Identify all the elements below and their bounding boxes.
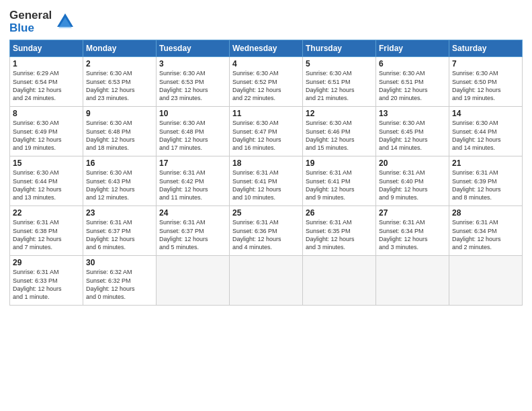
day-number: 13 xyxy=(379,109,446,118)
column-header-tuesday: Tuesday xyxy=(157,40,230,57)
day-number: 24 xyxy=(159,208,226,218)
calendar-cell xyxy=(157,256,230,306)
calendar-cell: 30Sunrise: 6:32 AM Sunset: 6:32 PM Dayli… xyxy=(83,256,157,306)
calendar-cell: 22Sunrise: 6:31 AM Sunset: 6:38 PM Dayli… xyxy=(10,206,83,256)
column-header-friday: Friday xyxy=(376,40,449,57)
calendar-cell: 27Sunrise: 6:31 AM Sunset: 6:34 PM Dayli… xyxy=(376,206,449,256)
calendar-body: 1Sunrise: 6:29 AM Sunset: 6:54 PM Daylig… xyxy=(10,57,523,306)
calendar-cell: 6Sunrise: 6:30 AM Sunset: 6:51 PM Daylig… xyxy=(376,57,449,107)
calendar-cell xyxy=(230,256,303,306)
calendar-header-row: SundayMondayTuesdayWednesdayThursdayFrid… xyxy=(10,40,523,57)
logo-line1: General xyxy=(9,9,52,22)
calendar-cell: 15Sunrise: 6:30 AM Sunset: 6:44 PM Dayli… xyxy=(10,156,83,206)
day-info: Sunrise: 6:30 AM Sunset: 6:45 PM Dayligh… xyxy=(379,119,446,152)
calendar-cell: 5Sunrise: 6:30 AM Sunset: 6:51 PM Daylig… xyxy=(303,57,376,107)
day-number: 27 xyxy=(379,208,446,218)
day-info: Sunrise: 6:30 AM Sunset: 6:48 PM Dayligh… xyxy=(86,119,153,152)
day-number: 15 xyxy=(13,158,80,168)
week-row-4: 22Sunrise: 6:31 AM Sunset: 6:38 PM Dayli… xyxy=(10,206,523,256)
day-info: Sunrise: 6:30 AM Sunset: 6:51 PM Dayligh… xyxy=(306,69,373,102)
day-info: Sunrise: 6:31 AM Sunset: 6:41 PM Dayligh… xyxy=(232,169,300,201)
calendar-cell: 20Sunrise: 6:31 AM Sunset: 6:40 PM Dayli… xyxy=(376,156,449,206)
calendar-cell: 8Sunrise: 6:30 AM Sunset: 6:49 PM Daylig… xyxy=(10,107,83,156)
calendar-cell: 23Sunrise: 6:31 AM Sunset: 6:37 PM Dayli… xyxy=(83,206,157,256)
day-info: Sunrise: 6:30 AM Sunset: 6:47 PM Dayligh… xyxy=(232,119,300,152)
day-info: Sunrise: 6:31 AM Sunset: 6:36 PM Dayligh… xyxy=(232,218,300,251)
calendar-cell: 25Sunrise: 6:31 AM Sunset: 6:36 PM Dayli… xyxy=(230,206,303,256)
calendar-cell: 13Sunrise: 6:30 AM Sunset: 6:45 PM Dayli… xyxy=(376,107,449,156)
day-number: 9 xyxy=(86,109,153,118)
column-header-thursday: Thursday xyxy=(303,40,376,57)
calendar-cell: 12Sunrise: 6:30 AM Sunset: 6:46 PM Dayli… xyxy=(303,107,376,156)
day-info: Sunrise: 6:31 AM Sunset: 6:35 PM Dayligh… xyxy=(306,218,373,251)
calendar-cell: 1Sunrise: 6:29 AM Sunset: 6:54 PM Daylig… xyxy=(10,57,83,107)
day-number: 21 xyxy=(452,158,519,168)
calendar-cell: 18Sunrise: 6:31 AM Sunset: 6:41 PM Dayli… xyxy=(230,156,303,206)
logo: General Blue xyxy=(9,9,75,34)
day-info: Sunrise: 6:31 AM Sunset: 6:37 PM Dayligh… xyxy=(86,218,153,251)
day-info: Sunrise: 6:31 AM Sunset: 6:41 PM Dayligh… xyxy=(306,169,373,201)
calendar-cell: 28Sunrise: 6:31 AM Sunset: 6:34 PM Dayli… xyxy=(449,206,523,256)
calendar-cell: 21Sunrise: 6:31 AM Sunset: 6:39 PM Dayli… xyxy=(449,156,523,206)
day-number: 29 xyxy=(13,258,80,267)
day-number: 22 xyxy=(13,208,80,218)
day-info: Sunrise: 6:29 AM Sunset: 6:54 PM Dayligh… xyxy=(13,69,80,102)
day-number: 6 xyxy=(379,59,446,68)
calendar-cell: 26Sunrise: 6:31 AM Sunset: 6:35 PM Dayli… xyxy=(303,206,376,256)
day-info: Sunrise: 6:32 AM Sunset: 6:32 PM Dayligh… xyxy=(86,268,153,301)
calendar-cell: 4Sunrise: 6:30 AM Sunset: 6:52 PM Daylig… xyxy=(230,57,303,107)
week-row-1: 1Sunrise: 6:29 AM Sunset: 6:54 PM Daylig… xyxy=(10,57,523,107)
day-info: Sunrise: 6:30 AM Sunset: 6:44 PM Dayligh… xyxy=(13,169,80,201)
column-header-sunday: Sunday xyxy=(10,40,83,57)
calendar-cell xyxy=(303,256,376,306)
day-number: 7 xyxy=(452,59,519,68)
day-number: 14 xyxy=(452,109,519,118)
calendar-cell xyxy=(376,256,449,306)
column-header-monday: Monday xyxy=(83,40,157,57)
day-info: Sunrise: 6:31 AM Sunset: 6:34 PM Dayligh… xyxy=(379,218,446,251)
day-number: 25 xyxy=(232,208,300,218)
column-header-wednesday: Wednesday xyxy=(230,40,303,57)
day-info: Sunrise: 6:31 AM Sunset: 6:40 PM Dayligh… xyxy=(379,169,446,201)
calendar-cell xyxy=(449,256,523,306)
day-info: Sunrise: 6:30 AM Sunset: 6:52 PM Dayligh… xyxy=(232,69,300,102)
day-info: Sunrise: 6:31 AM Sunset: 6:34 PM Dayligh… xyxy=(452,218,519,251)
day-info: Sunrise: 6:31 AM Sunset: 6:37 PM Dayligh… xyxy=(159,218,226,251)
day-number: 8 xyxy=(13,109,80,118)
week-row-5: 29Sunrise: 6:31 AM Sunset: 6:33 PM Dayli… xyxy=(10,256,523,306)
day-info: Sunrise: 6:31 AM Sunset: 6:38 PM Dayligh… xyxy=(13,218,80,251)
day-info: Sunrise: 6:31 AM Sunset: 6:39 PM Dayligh… xyxy=(452,169,519,201)
day-number: 10 xyxy=(159,109,226,118)
day-number: 11 xyxy=(232,109,300,118)
calendar-cell: 3Sunrise: 6:30 AM Sunset: 6:53 PM Daylig… xyxy=(157,57,230,107)
day-number: 28 xyxy=(452,208,519,218)
day-number: 19 xyxy=(306,158,373,168)
calendar-cell: 14Sunrise: 6:30 AM Sunset: 6:44 PM Dayli… xyxy=(449,107,523,156)
day-number: 5 xyxy=(306,59,373,68)
calendar-cell: 16Sunrise: 6:30 AM Sunset: 6:43 PM Dayli… xyxy=(83,156,157,206)
day-info: Sunrise: 6:30 AM Sunset: 6:43 PM Dayligh… xyxy=(86,169,153,201)
day-info: Sunrise: 6:30 AM Sunset: 6:46 PM Dayligh… xyxy=(306,119,373,152)
page-header: General Blue xyxy=(9,7,523,34)
day-number: 4 xyxy=(232,59,300,68)
calendar-cell: 17Sunrise: 6:31 AM Sunset: 6:42 PM Dayli… xyxy=(157,156,230,206)
calendar-cell: 2Sunrise: 6:30 AM Sunset: 6:53 PM Daylig… xyxy=(83,57,157,107)
day-info: Sunrise: 6:31 AM Sunset: 6:33 PM Dayligh… xyxy=(13,268,80,301)
calendar-cell: 11Sunrise: 6:30 AM Sunset: 6:47 PM Dayli… xyxy=(230,107,303,156)
day-info: Sunrise: 6:30 AM Sunset: 6:49 PM Dayligh… xyxy=(13,119,80,152)
week-row-2: 8Sunrise: 6:30 AM Sunset: 6:49 PM Daylig… xyxy=(10,107,523,156)
calendar-cell: 7Sunrise: 6:30 AM Sunset: 6:50 PM Daylig… xyxy=(449,57,523,107)
calendar-cell: 19Sunrise: 6:31 AM Sunset: 6:41 PM Dayli… xyxy=(303,156,376,206)
day-info: Sunrise: 6:30 AM Sunset: 6:48 PM Dayligh… xyxy=(159,119,226,152)
day-number: 26 xyxy=(306,208,373,218)
day-number: 12 xyxy=(306,109,373,118)
day-number: 3 xyxy=(159,59,226,68)
day-number: 16 xyxy=(86,158,153,168)
day-number: 23 xyxy=(86,208,153,218)
day-number: 17 xyxy=(159,158,226,168)
day-info: Sunrise: 6:30 AM Sunset: 6:53 PM Dayligh… xyxy=(159,69,226,102)
day-info: Sunrise: 6:30 AM Sunset: 6:53 PM Dayligh… xyxy=(86,69,153,102)
day-number: 1 xyxy=(13,59,80,68)
day-info: Sunrise: 6:30 AM Sunset: 6:44 PM Dayligh… xyxy=(452,119,519,152)
calendar-cell: 29Sunrise: 6:31 AM Sunset: 6:33 PM Dayli… xyxy=(10,256,83,306)
